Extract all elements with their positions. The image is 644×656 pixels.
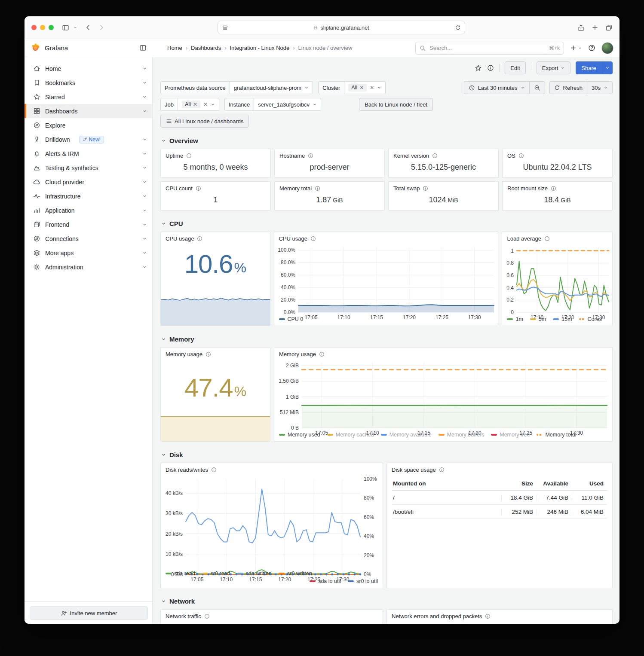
tabs-overview-icon[interactable] bbox=[605, 24, 613, 31]
legend-item[interactable]: Cores bbox=[579, 316, 602, 322]
dashboard-info-icon[interactable] bbox=[487, 64, 494, 71]
info-icon[interactable] bbox=[485, 613, 491, 619]
back-to-fleet-button[interactable]: Back to Linux node / fleet bbox=[359, 98, 433, 111]
browser-sidebar-toggle-icon[interactable] bbox=[62, 24, 69, 31]
zoom-out-time-button[interactable] bbox=[529, 81, 545, 94]
section-memory[interactable]: Memory bbox=[161, 336, 613, 343]
sidebar-item-more-apps[interactable]: More apps bbox=[25, 246, 152, 260]
cluster-value-pill[interactable]: All✕ bbox=[348, 84, 367, 92]
table-header[interactable]: Mounted on bbox=[392, 480, 501, 487]
legend-item[interactable]: sda written bbox=[237, 571, 272, 577]
table-header[interactable]: Size bbox=[501, 480, 537, 487]
new-tab-icon[interactable] bbox=[592, 24, 598, 31]
share-button[interactable]: Share bbox=[576, 61, 602, 74]
info-icon[interactable] bbox=[310, 236, 316, 241]
legend-item[interactable]: Memory cached bbox=[327, 432, 374, 438]
brand-text[interactable]: Grafana bbox=[45, 44, 68, 52]
new-menu-button[interactable] bbox=[570, 45, 582, 51]
invite-new-member-button[interactable]: Invite new member bbox=[30, 606, 148, 620]
info-icon[interactable] bbox=[432, 153, 438, 159]
section-network[interactable]: Network bbox=[161, 598, 613, 605]
info-icon[interactable] bbox=[197, 236, 202, 241]
legend-item[interactable]: sr0 io util bbox=[348, 578, 378, 584]
sidebar-item-drilldown[interactable]: DrilldownNew! bbox=[25, 132, 152, 146]
info-icon[interactable] bbox=[551, 186, 556, 191]
edit-button[interactable]: Edit bbox=[505, 61, 525, 74]
load-average-chart[interactable]: 17:1017:2017:3000.20.40.60.81 bbox=[502, 244, 612, 315]
datasource-picker[interactable]: Prometheus data source grafanacloud-slip… bbox=[160, 81, 313, 94]
legend-item[interactable]: 5m bbox=[530, 316, 546, 322]
remove-value-icon[interactable]: ✕ bbox=[193, 101, 197, 107]
sidebar-item-administration[interactable]: Administration bbox=[25, 260, 152, 274]
legend-item[interactable]: sda read bbox=[166, 571, 195, 577]
breadcrumb-integration[interactable]: Integration - Linux Node bbox=[230, 45, 289, 51]
forward-icon[interactable] bbox=[98, 24, 105, 31]
instance-filter[interactable]: Instance server_1a3ufgsoibcv bbox=[224, 98, 321, 111]
legend-item[interactable]: Memory total bbox=[537, 432, 576, 438]
clear-filter-icon[interactable]: ✕ bbox=[370, 85, 374, 91]
search-box[interactable]: ⌘+k bbox=[415, 42, 564, 55]
sidebar-item-connections[interactable]: Connections bbox=[25, 232, 152, 246]
chevron-down-icon[interactable] bbox=[73, 25, 77, 30]
info-icon[interactable] bbox=[518, 153, 524, 159]
grafana-logo[interactable] bbox=[31, 43, 40, 53]
sidebar-item-testing-synthetics[interactable]: Testing & synthetics bbox=[25, 161, 152, 175]
sidebar-item-cloud-provider[interactable]: Cloud provider bbox=[25, 175, 152, 189]
info-icon[interactable] bbox=[315, 186, 320, 191]
sidebar-item-explore[interactable]: Explore bbox=[25, 118, 152, 132]
legend-item[interactable]: Memory buffers bbox=[439, 432, 485, 438]
legend-item[interactable]: Memory used bbox=[279, 432, 320, 438]
disk-reads-writes-chart[interactable]: 17:0517:1017:1517:2017:2517:300 B/s10 kB… bbox=[161, 475, 383, 570]
export-button[interactable]: Export bbox=[537, 61, 571, 74]
breadcrumb-dashboards[interactable]: Dashboards bbox=[191, 45, 221, 51]
legend-item[interactable]: Memory free bbox=[491, 432, 530, 438]
info-icon[interactable] bbox=[204, 613, 210, 619]
section-overview[interactable]: Overview bbox=[161, 137, 613, 144]
refresh-button[interactable]: Refresh bbox=[549, 81, 587, 94]
legend-item[interactable]: 15m bbox=[553, 316, 572, 322]
sidebar-item-application[interactable]: Application bbox=[25, 203, 152, 217]
info-icon[interactable] bbox=[439, 467, 445, 473]
cpu-usage-chart[interactable]: 17:0517:1017:1517:2017:2517:300.0%20.0%4… bbox=[274, 244, 498, 315]
help-icon[interactable] bbox=[588, 44, 595, 52]
sidebar-item-frontend[interactable]: Frontend bbox=[25, 217, 152, 232]
sidebar-item-infrastructure[interactable]: Infrastructure bbox=[25, 189, 152, 203]
time-range-picker[interactable]: Last 30 minutes bbox=[464, 81, 529, 94]
share-macos-icon[interactable] bbox=[577, 24, 585, 31]
legend-item[interactable]: 1m bbox=[507, 316, 523, 322]
cluster-filter[interactable]: Cluster All✕ ✕ bbox=[318, 81, 386, 94]
sidebar-item-starred[interactable]: Starred bbox=[25, 90, 152, 104]
legend-item[interactable]: sr0 read bbox=[202, 571, 230, 577]
breadcrumb-home[interactable]: Home bbox=[167, 45, 182, 51]
info-icon[interactable] bbox=[205, 351, 211, 357]
search-input[interactable] bbox=[429, 44, 546, 52]
memory-usage-chart[interactable]: 17:0517:1017:1517:2017:2517:300 B512 MiB… bbox=[274, 359, 612, 431]
back-icon[interactable] bbox=[85, 24, 92, 31]
address-bar[interactable]: sliplane.grafana.net bbox=[218, 21, 465, 34]
zoom-window-button[interactable] bbox=[49, 25, 54, 30]
sidebar-item-bookmarks[interactable]: Bookmarks bbox=[25, 76, 152, 90]
job-filter[interactable]: Job All✕ ✕ bbox=[160, 98, 219, 111]
table-header[interactable]: Used bbox=[572, 480, 607, 487]
section-disk[interactable]: Disk bbox=[161, 451, 613, 458]
sidebar-item-dashboards[interactable]: Dashboards bbox=[25, 104, 152, 118]
clear-filter-icon[interactable]: ✕ bbox=[203, 101, 208, 107]
share-menu-button[interactable] bbox=[602, 61, 613, 74]
table-header[interactable]: Available bbox=[537, 480, 572, 487]
sidebar-item-alerts-irm[interactable]: Alerts & IRM bbox=[25, 146, 152, 161]
legend-item[interactable]: Memory available bbox=[381, 432, 432, 438]
info-icon[interactable] bbox=[186, 153, 192, 159]
sidebar-item-home[interactable]: Home bbox=[25, 61, 152, 76]
favorite-star-icon[interactable] bbox=[475, 64, 482, 72]
minimize-window-button[interactable] bbox=[40, 25, 45, 30]
info-icon[interactable] bbox=[196, 186, 201, 191]
info-icon[interactable] bbox=[423, 186, 428, 191]
refresh-interval-picker[interactable]: 30s bbox=[587, 81, 613, 94]
legend-item[interactable]: CPU 0 bbox=[279, 316, 304, 322]
info-icon[interactable] bbox=[544, 236, 550, 241]
legend-item[interactable]: sr0 written bbox=[279, 571, 312, 577]
remove-value-icon[interactable]: ✕ bbox=[359, 85, 364, 91]
info-icon[interactable] bbox=[211, 467, 217, 473]
info-icon[interactable] bbox=[319, 351, 325, 357]
close-window-button[interactable] bbox=[31, 25, 37, 30]
